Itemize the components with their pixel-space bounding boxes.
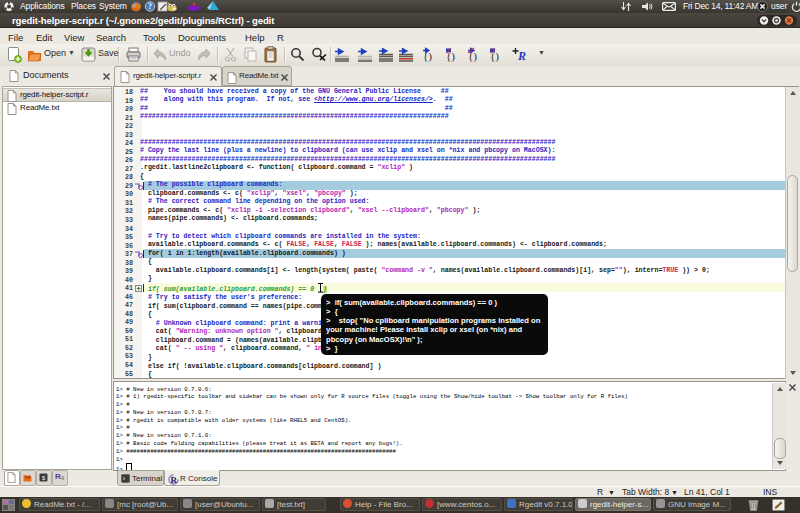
svg-text:?: ? [148,2,152,11]
svg-text:$: $ [42,475,46,482]
svg-text:R: R [171,475,178,485]
svg-text:R: R [517,49,526,62]
